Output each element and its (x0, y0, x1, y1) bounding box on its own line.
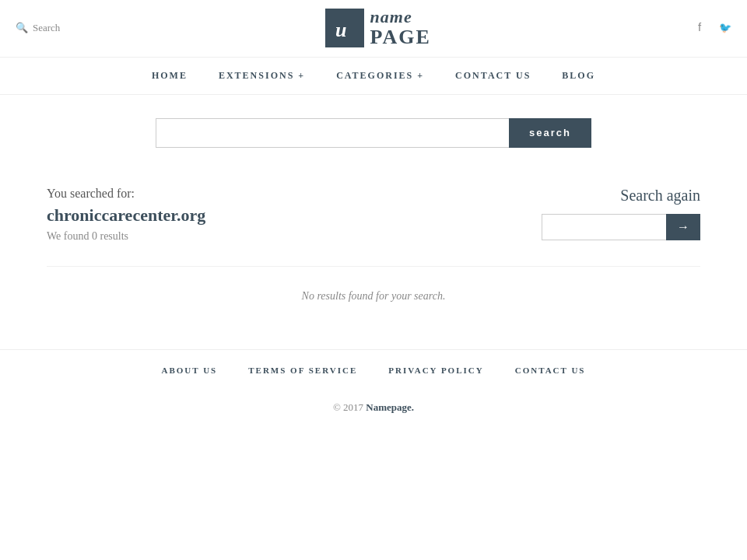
facebook-icon[interactable]: f (696, 19, 710, 37)
header-search-label: Search (33, 22, 60, 34)
footer-privacy[interactable]: PRIVACY POLICY (388, 366, 483, 375)
search-again-title: Search again (620, 187, 700, 205)
svg-text:f: f (698, 20, 702, 33)
search-bar-area: search (0, 95, 747, 163)
search-result-prefix: You searched for: (47, 187, 205, 201)
footer-nav: ABOUT US TERMS OF SERVICE PRIVACY POLICY… (0, 349, 747, 390)
search-again-right: Search again → (529, 187, 700, 240)
footer-copyright: © 2017 Namepage. (0, 390, 747, 429)
logo-page: PAGE (370, 26, 431, 49)
search-again-box: → (542, 214, 700, 240)
logo-text: name PAGE (370, 8, 431, 49)
nav-contact[interactable]: CONTACT US (455, 70, 531, 82)
no-results-message: No results found for your search. (302, 290, 446, 302)
header: 🔍 Search u name PAGE f 🐦 (0, 0, 747, 58)
search-icon: 🔍 (16, 22, 28, 34)
search-query: chroniccarecenter.org (47, 205, 205, 226)
search-result-left: You searched for: chroniccarecenter.org … (47, 187, 205, 243)
copyright-text: © 2017 (333, 401, 366, 413)
site-logo[interactable]: u name PAGE (325, 8, 431, 49)
search-again-input[interactable] (542, 214, 666, 240)
nav-home[interactable]: HOME (152, 70, 188, 82)
footer-about[interactable]: ABOUT US (162, 366, 218, 375)
logo-monogram: u (325, 9, 364, 47)
header-search[interactable]: 🔍 Search (16, 22, 60, 34)
search-input[interactable] (156, 118, 509, 148)
result-count: We found 0 results (47, 230, 205, 243)
social-links: f 🐦 (696, 19, 731, 37)
svg-text:🐦: 🐦 (719, 21, 731, 33)
logo-name: name (370, 8, 431, 26)
search-bar-container: search (156, 118, 591, 148)
nav-extensions[interactable]: EXTENSIONS + (219, 70, 305, 82)
svg-text:u: u (335, 19, 346, 40)
no-results-area: No results found for your search. (47, 266, 700, 349)
logo-icon: u (333, 16, 356, 40)
search-again-button[interactable]: → (666, 214, 700, 240)
twitter-icon[interactable]: 🐦 (717, 19, 731, 37)
footer-terms[interactable]: TERMS OF SERVICE (248, 366, 357, 375)
main-nav: HOME EXTENSIONS + CATEGORIES + CONTACT U… (0, 58, 747, 95)
nav-blog[interactable]: BLOG (562, 70, 595, 82)
footer-contact[interactable]: CONTACT US (515, 366, 586, 375)
nav-categories[interactable]: CATEGORIES + (336, 70, 424, 82)
main-content: You searched for: chroniccarecenter.org … (0, 163, 747, 266)
search-button[interactable]: search (509, 118, 591, 148)
namepage-link[interactable]: Namepage. (366, 401, 414, 413)
